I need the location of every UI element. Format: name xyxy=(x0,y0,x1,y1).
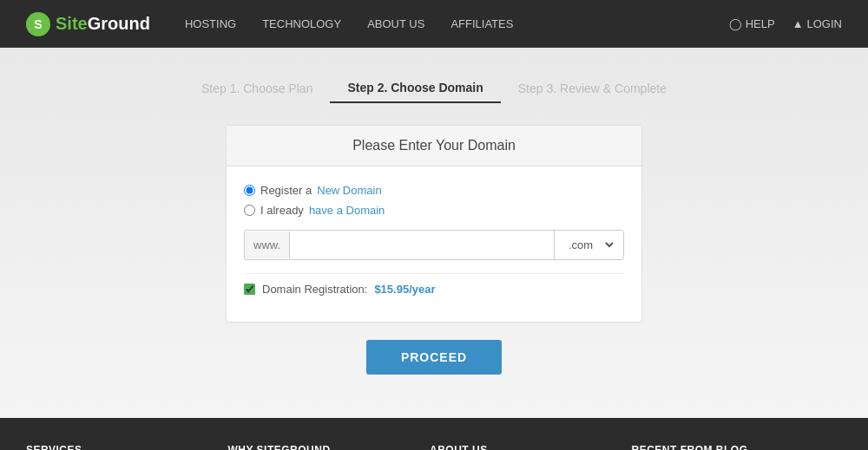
domain-prefix-label: www. xyxy=(245,232,290,258)
radio-new-domain[interactable] xyxy=(244,185,255,196)
footer-services-title: SERVICES xyxy=(26,444,202,450)
radio-existing-domain[interactable] xyxy=(244,205,255,216)
domain-text-input[interactable] xyxy=(290,232,554,258)
radio-existing-domain-prefix: I already xyxy=(260,204,304,217)
step-3[interactable]: Step 3. Review & Complete xyxy=(501,75,684,102)
domain-extension-selector[interactable]: .com .net .org .info .biz xyxy=(554,231,623,259)
proceed-button[interactable]: PROCEED xyxy=(366,340,502,375)
steps-nav: Step 1. Choose Plan Step 2. Choose Domai… xyxy=(17,74,851,103)
proceed-section: PROCEED xyxy=(17,323,851,392)
footer-col-services: SERVICES Web Hosting Reseller Hosting Cl… xyxy=(26,444,202,450)
footer-col-blog: RECENT FROM BLOG PHP 7.3 is Available at… xyxy=(632,444,808,450)
footer: SERVICES Web Hosting Reseller Hosting Cl… xyxy=(0,418,868,450)
step-2[interactable]: Step 2. Choose Domain xyxy=(330,74,500,103)
header-left: S SiteGround HOSTING TECHNOLOGY ABOUT US… xyxy=(26,12,513,36)
new-domain-link[interactable]: New Domain xyxy=(317,184,381,197)
header: S SiteGround HOSTING TECHNOLOGY ABOUT US… xyxy=(0,0,868,48)
domain-input-row: www. .com .net .org .info .biz xyxy=(244,230,624,260)
footer-col-why: WHY SITEGROUND Top Data Centers Outstand… xyxy=(228,444,404,450)
footer-col-about: ABOUT US Our People Careers Events Affil… xyxy=(430,444,606,450)
logo[interactable]: S SiteGround xyxy=(26,12,150,36)
radio-group: Register a New Domain I already have a D… xyxy=(244,184,624,217)
help-icon: ◯ xyxy=(729,17,742,30)
main-nav: HOSTING TECHNOLOGY ABOUT US AFFILIATES xyxy=(185,17,513,30)
logo-text: SiteGround xyxy=(56,14,150,34)
nav-about[interactable]: ABOUT US xyxy=(367,17,424,30)
nav-hosting[interactable]: HOSTING xyxy=(185,17,236,30)
login-button[interactable]: ▲ LOGIN xyxy=(792,17,842,30)
main-content: Step 1. Choose Plan Step 2. Choose Domai… xyxy=(0,48,868,418)
footer-grid: SERVICES Web Hosting Reseller Hosting Cl… xyxy=(26,444,807,450)
domain-registration-checkbox[interactable] xyxy=(244,284,255,295)
radio-new-domain-prefix: Register a xyxy=(260,184,312,197)
existing-domain-link[interactable]: have a Domain xyxy=(309,204,385,217)
footer-why-title: WHY SITEGROUND xyxy=(228,444,404,450)
nav-technology[interactable]: TECHNOLOGY xyxy=(262,17,341,30)
header-right: ◯ HELP ▲ LOGIN xyxy=(729,17,842,30)
step-1[interactable]: Step 1. Choose Plan xyxy=(184,75,330,102)
domain-extension-select[interactable]: .com .net .org .info .biz xyxy=(562,231,616,259)
user-icon: ▲ xyxy=(792,17,804,30)
radio-existing-domain-option[interactable]: I already have a Domain xyxy=(244,204,624,217)
domain-registration-label: Domain Registration: xyxy=(262,283,367,296)
domain-form-card: Please Enter Your Domain Register a New … xyxy=(226,125,642,323)
form-card-title: Please Enter Your Domain xyxy=(227,126,641,166)
logo-icon: S xyxy=(26,12,50,36)
radio-new-domain-option[interactable]: Register a New Domain xyxy=(244,184,624,197)
help-button[interactable]: ◯ HELP xyxy=(729,17,775,30)
nav-affiliates[interactable]: AFFILIATES xyxy=(450,17,513,30)
footer-blog-title: RECENT FROM BLOG xyxy=(632,444,808,450)
domain-registration-price: $15.95/year xyxy=(374,283,435,296)
footer-about-title: ABOUT US xyxy=(430,444,606,450)
domain-registration-row: Domain Registration: $15.95/year xyxy=(244,273,624,304)
form-card-body: Register a New Domain I already have a D… xyxy=(227,166,641,322)
